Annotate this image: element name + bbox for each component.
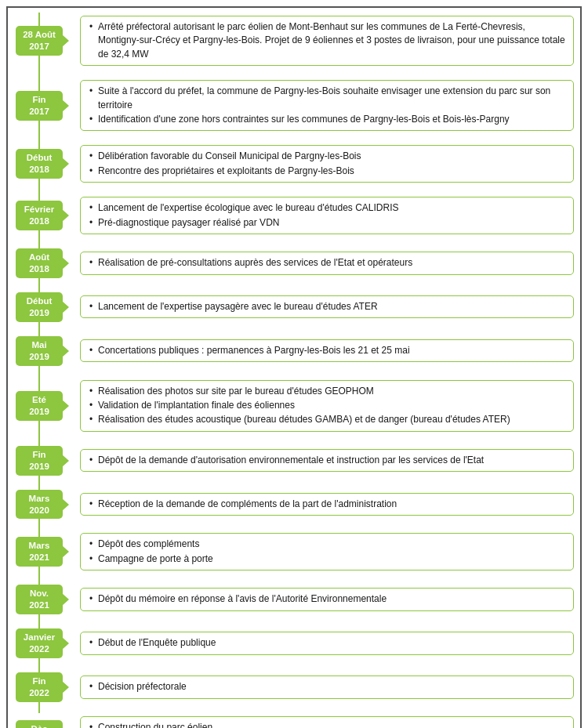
stem-bottom <box>38 230 40 237</box>
list-item: Lancement de l'expertise écologique avec… <box>89 201 565 215</box>
entry-left: Dès2023 <box>11 713 67 728</box>
entry-content-box: Dépôt des complémentsCampagne de porte à… <box>80 533 574 570</box>
badge-wrap: Nov.2021 <box>14 585 64 614</box>
entry-list: Concertations publiques : permanences à … <box>89 344 565 357</box>
gap-left <box>11 134 67 142</box>
stem-top <box>38 142 40 149</box>
date-badge: Début2018 <box>16 149 63 179</box>
timeline-entry: Fin2017 Suite à l'accord du préfet, la c… <box>11 77 577 134</box>
gap-right <box>67 574 577 581</box>
entry-right: Concertations publiques : permanences à … <box>67 333 577 369</box>
stem-top <box>38 377 40 391</box>
timeline-entry: Janvier2022 Début de l'Enquête publique <box>11 625 577 661</box>
badge-wrap: Fin2022 <box>14 672 64 702</box>
timeline-gap <box>11 618 577 625</box>
gap-stem <box>38 435 40 443</box>
list-item: Construction du parc éolien <box>89 721 565 728</box>
entry-list: Suite à l'accord du préfet, la commune d… <box>89 85 565 126</box>
timeline-entry: Février2018 Lancement de l'expertise éco… <box>11 194 577 237</box>
entry-left: 28 Août2017 <box>11 13 67 69</box>
gap-right <box>67 705 577 713</box>
stem-bottom <box>38 56 40 69</box>
gap-stem <box>38 705 40 713</box>
date-badge: 28 Août2017 <box>16 26 63 56</box>
gap-stem <box>38 618 40 625</box>
entry-left: Nov.2021 <box>11 581 67 618</box>
gap-right <box>67 237 577 245</box>
entry-left: Fin2017 <box>11 77 67 134</box>
badge-wrap: Fin2017 <box>14 91 64 121</box>
entry-left: Fin2019 <box>11 443 67 479</box>
date-badge: Mai2019 <box>16 336 63 366</box>
gap-right <box>67 661 577 669</box>
gap-right <box>67 281 577 289</box>
entry-right: Début de l'Enquête publique <box>67 625 577 661</box>
gap-left <box>11 705 67 713</box>
gap-right <box>67 134 577 142</box>
timeline-entry: Début2019 Lancement de l'expertise paysa… <box>11 289 577 325</box>
badge-wrap: Août2018 <box>14 248 64 278</box>
date-badge: Fin2022 <box>16 672 63 702</box>
gap-right <box>67 618 577 625</box>
list-item: Réalisation de pré-consultations auprès … <box>89 256 565 270</box>
date-badge: Eté2019 <box>16 391 63 421</box>
stem-top <box>38 77 40 91</box>
gap-right <box>67 435 577 443</box>
entry-right: Dépôt de la demande d'autorisation envir… <box>67 443 577 479</box>
timeline-gap <box>11 186 577 194</box>
entry-left: Début2018 <box>11 142 67 186</box>
list-item: Réception de la demande de compléments d… <box>89 498 565 511</box>
date-badge: Fin2019 <box>16 446 63 476</box>
gap-left <box>11 661 67 669</box>
gap-stem <box>38 237 40 245</box>
timeline-gap <box>11 705 577 713</box>
entry-right: Construction du parc éolienExploitation … <box>67 713 577 728</box>
gap-right <box>67 186 577 194</box>
gap-left <box>11 237 67 245</box>
date-badge: Mars2020 <box>16 490 63 520</box>
gap-left <box>11 479 67 487</box>
gap-right <box>67 369 577 377</box>
gap-left <box>11 325 67 333</box>
timeline-gap <box>11 69 577 77</box>
entry-right: Réception de la demande de compléments d… <box>67 487 577 523</box>
gap-left <box>11 574 67 581</box>
list-item: Concertations publiques : permanences à … <box>89 344 565 357</box>
timeline-gap <box>11 522 577 530</box>
badge-wrap: Mars2020 <box>14 490 64 520</box>
date-badge: Août2018 <box>16 248 63 278</box>
gap-left <box>11 369 67 377</box>
timeline-gap <box>11 574 577 581</box>
gap-stem <box>38 574 40 581</box>
gap-left <box>11 186 67 194</box>
gap-left <box>11 435 67 443</box>
entry-content-box: Décision préfectorale <box>80 675 574 698</box>
badge-wrap: Mai2019 <box>14 336 64 366</box>
timeline-gap <box>11 369 577 377</box>
entry-list: Réception de la demande de compléments d… <box>89 498 565 511</box>
list-item: Début de l'Enquête publique <box>89 636 565 650</box>
entry-list: Réalisation de pré-consultations auprès … <box>89 256 565 270</box>
entry-content-box: Délibération favorable du Conseil Munici… <box>80 145 574 183</box>
stem-top <box>38 13 40 26</box>
gap-left <box>11 618 67 625</box>
date-badge: Nov.2021 <box>16 585 63 614</box>
list-item: Dépôt du mémoire en réponse à l'avis de … <box>89 592 565 606</box>
date-badge: Mars2021 <box>16 537 63 567</box>
entry-content-box: Construction du parc éolienExploitation … <box>80 716 574 728</box>
list-item: Dépôt de la demande d'autorisation envir… <box>89 454 565 467</box>
list-item: Réalisation des photos sur site par le b… <box>89 385 565 398</box>
list-item: Décision préfectorale <box>89 680 565 694</box>
gap-stem <box>38 661 40 669</box>
gap-stem <box>38 281 40 289</box>
gap-stem <box>38 186 40 194</box>
entry-content-box: Lancement de l'expertise écologique avec… <box>80 197 574 234</box>
timeline-entry: Début2018 Délibération favorable du Cons… <box>11 142 577 186</box>
list-item: Identification d'une zone hors contraint… <box>89 113 565 126</box>
timeline-entry: 28 Août2017 Arrêté préfectoral autorisan… <box>11 13 577 69</box>
stem-top <box>38 530 40 537</box>
timeline-entry: Mai2019 Concertations publiques : perman… <box>11 333 577 369</box>
entry-right: Suite à l'accord du préfet, la commune d… <box>67 77 577 134</box>
timeline-gap <box>11 134 577 142</box>
timeline-gap <box>11 281 577 289</box>
